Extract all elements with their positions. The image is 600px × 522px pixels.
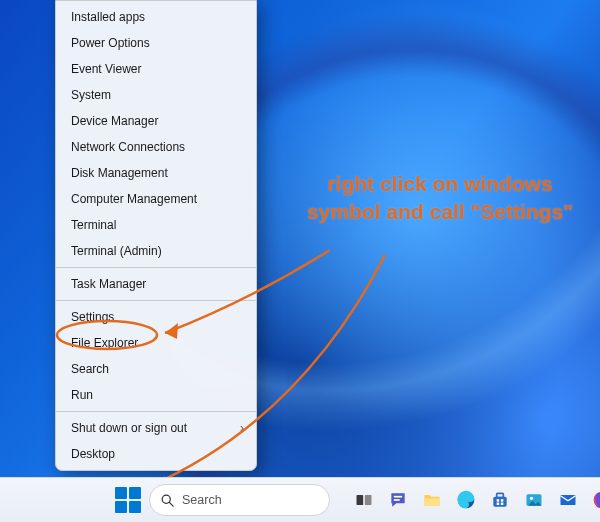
menu-separator <box>56 411 256 412</box>
winx-context-menu: Installed apps Power Options Event Viewe… <box>55 0 257 471</box>
menu-item-terminal-admin[interactable]: Terminal (Admin) <box>56 238 256 264</box>
search-label: Search <box>182 493 222 507</box>
menu-item-run[interactable]: Run <box>56 382 256 408</box>
photos-icon <box>524 490 544 510</box>
menu-item-task-manager[interactable]: Task Manager <box>56 271 256 297</box>
desktop-wallpaper: Installed apps Power Options Event Viewe… <box>0 0 600 522</box>
taskbar-center-group: Search <box>115 484 600 516</box>
menu-item-network-connections[interactable]: Network Connections <box>56 134 256 160</box>
firefox-icon <box>592 490 600 510</box>
menu-item-event-viewer[interactable]: Event Viewer <box>56 56 256 82</box>
menu-item-file-explorer[interactable]: File Explorer <box>56 330 256 356</box>
taskbar-icon-explorer[interactable] <box>420 488 444 512</box>
edge-browser-icon <box>456 490 476 510</box>
microsoft-store-icon <box>490 490 510 510</box>
file-explorer-icon <box>422 490 442 510</box>
annotation-text: right click on windows symbol and call "… <box>295 170 585 227</box>
taskbar-icon-chat[interactable] <box>386 488 410 512</box>
svg-rect-2 <box>357 495 364 505</box>
svg-rect-4 <box>394 496 402 498</box>
menu-separator <box>56 300 256 301</box>
windows-start-icon <box>115 487 127 499</box>
menu-item-disk-management[interactable]: Disk Management <box>56 160 256 186</box>
taskbar-icon-firefox[interactable] <box>590 488 600 512</box>
taskbar: Search <box>0 477 600 522</box>
svg-rect-9 <box>497 493 504 497</box>
search-icon <box>160 493 175 508</box>
menu-separator <box>56 267 256 268</box>
taskbar-icon-mail[interactable] <box>556 488 580 512</box>
taskbar-icon-edge[interactable] <box>454 488 478 512</box>
menu-item-terminal[interactable]: Terminal <box>56 212 256 238</box>
svg-rect-6 <box>425 498 440 506</box>
menu-item-installed-apps[interactable]: Installed apps <box>56 4 256 30</box>
mail-icon <box>558 490 578 510</box>
svg-rect-5 <box>394 499 400 501</box>
svg-point-15 <box>530 497 533 500</box>
menu-item-power-options[interactable]: Power Options <box>56 30 256 56</box>
start-button[interactable] <box>115 487 141 513</box>
menu-item-system[interactable]: System <box>56 82 256 108</box>
menu-item-settings[interactable]: Settings <box>56 304 256 330</box>
svg-rect-10 <box>497 499 500 502</box>
task-view-icon <box>354 490 374 510</box>
svg-rect-16 <box>561 495 576 505</box>
svg-rect-12 <box>497 503 500 506</box>
taskbar-icon-store[interactable] <box>488 488 512 512</box>
taskbar-pinned-apps <box>352 488 600 512</box>
menu-item-computer-management[interactable]: Computer Management <box>56 186 256 212</box>
menu-item-device-manager[interactable]: Device Manager <box>56 108 256 134</box>
svg-line-1 <box>169 502 173 506</box>
svg-rect-13 <box>501 503 504 506</box>
menu-item-desktop[interactable]: Desktop <box>56 441 256 467</box>
taskbar-search[interactable]: Search <box>149 484 330 516</box>
taskbar-icon-photos[interactable] <box>522 488 546 512</box>
menu-item-search[interactable]: Search <box>56 356 256 382</box>
svg-rect-11 <box>501 499 504 502</box>
menu-item-shutdown-signout[interactable]: Shut down or sign out <box>56 415 256 441</box>
svg-rect-3 <box>365 495 372 505</box>
chat-icon <box>388 490 408 510</box>
taskbar-icon-taskview[interactable] <box>352 488 376 512</box>
